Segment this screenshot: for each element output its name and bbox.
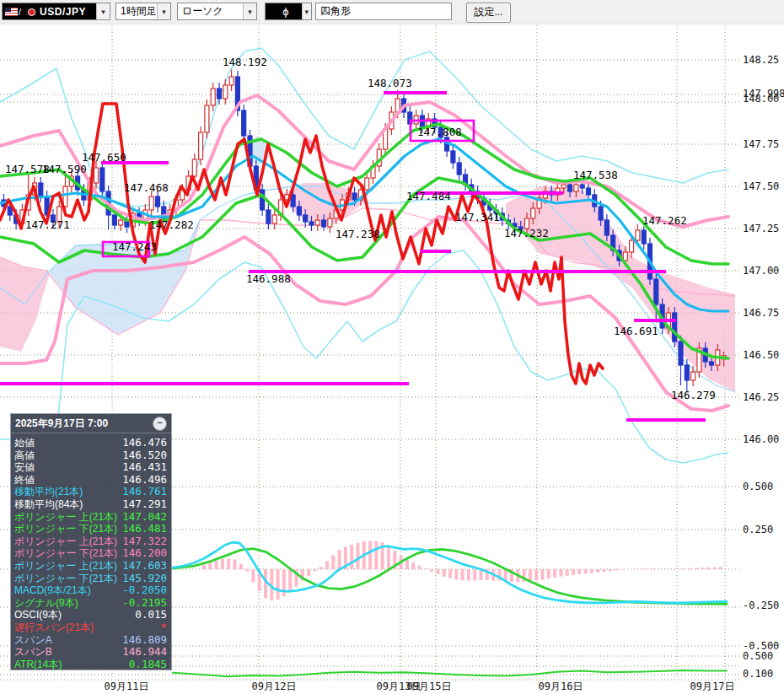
candlestick [199,132,203,159]
indicator-value-panel[interactable]: 2025年9月17日 7:00 − 始値146.476高値146.520安値14… [10,413,172,670]
candlestick [710,362,714,365]
price-annotation: 147.484 [406,190,451,202]
candlestick [39,183,43,196]
price-annotation: 147.538 [573,169,618,181]
price-annotation: 146.279 [671,389,716,401]
macd-histogram-bar [245,569,249,572]
macd-histogram-bar [288,569,292,592]
candlestick [685,365,689,380]
price-annotation: 147.282 [149,218,194,231]
candlestick [322,220,326,227]
price-axis-label: 0.500 [743,481,773,492]
candlestick [94,168,99,183]
price-annotation: 147.262 [642,214,687,227]
macd-histogram-bar [547,569,550,578]
panel-row: OSCI(9本)0.015 [11,609,171,621]
price-annotation: 147.808 [417,126,462,138]
candlestick [599,207,603,220]
panel-row: 終値146.496 [11,474,171,487]
panel-row: 安値146.431 [11,461,171,474]
panel-rows: 始値146.476高値146.520安値146.431終値146.496移動平均… [11,437,171,670]
macd-histogram-bar [251,569,255,583]
price-annotation: 147.468 [124,181,169,194]
macd-histogram-bar [277,569,280,600]
timeframe-select[interactable]: 1時間足 ▾ [115,3,171,20]
chevron-down-icon[interactable]: ▾ [157,3,170,19]
candlestick [303,215,308,222]
chevron-down-icon[interactable]: ▾ [302,3,311,19]
panel-row: 高値146.520 [11,449,171,462]
candlestick [297,207,301,215]
panel-row: シグナル(9本)-0.2195 [11,597,171,610]
date-axis-label: 09月16日 [539,681,583,692]
candlestick [100,168,105,191]
date-axis-label: 09月15日 [407,681,452,692]
price-axis-label: 148.25 [743,54,779,66]
macd-histogram-bar [411,562,415,569]
candlestick [156,196,160,207]
macd-histogram-bar [467,569,470,581]
macd-histogram-bar [239,564,243,569]
macd-histogram-bar [320,567,323,569]
price-axis-label: 146.75 [743,307,779,319]
candlestick [630,240,634,252]
jp-flag-icon [24,8,37,16]
shape-tool-label: 四角形 [316,4,351,19]
panel-row: ボリンジャー 上(21本)147.603 [11,560,171,573]
chart-type-select[interactable]: ローソク ▾ [177,3,257,20]
candlestick [328,218,332,227]
shape-tool-combo[interactable]: 四角形 [315,3,452,20]
chart-type-label: ローソク [178,4,223,19]
date-axis-label: 09月11日 [105,681,149,692]
candlestick [587,188,591,195]
panel-row: スパンB146.944 [11,646,171,659]
macd-histogram-bar [639,568,642,569]
price-axis-label: 0.500 [743,650,773,662]
macd-histogram-bar [707,568,711,569]
price-axis-label: 148.00 [743,93,779,105]
price-annotation: 147.238 [336,228,380,240]
price-axis-label: 0.250 [743,524,773,535]
panel-row: 遅行スパン(21本)* [11,621,171,634]
macd-histogram-bar [590,569,593,573]
toolbar: / USD/JPY ▾ 1時間足 ▾ ローソク ▾ ϕ ▾ 四角形 設定... [0,0,784,24]
chevron-down-icon[interactable]: ▾ [96,3,110,19]
draw-color-select[interactable]: ϕ ▾ [265,3,312,20]
price-annotation: 148.073 [368,77,412,89]
settings-button[interactable]: 設定... [466,3,511,23]
macd-histogram-bar [215,561,218,569]
candlestick [149,196,153,210]
macd-histogram-bar [615,569,618,570]
chevron-down-icon[interactable]: ▾ [243,3,256,19]
candlestick [574,185,578,191]
panel-row: ボリンジャー 下(21本)146.481 [11,523,171,535]
macd-histogram-bar [689,568,692,569]
price-axis-label: -0.250 [743,600,779,611]
price-annotation: 147.232 [504,227,549,239]
macd-histogram-bar [529,569,532,581]
candlestick [309,222,314,225]
macd-histogram-bar [202,564,206,569]
candlestick [580,185,584,188]
us-flag-icon [5,8,18,16]
panel-row: 始値146.476 [11,437,171,449]
macd-histogram-bar [374,541,378,569]
date-axis-label: 09月12日 [252,681,297,692]
panel-header: 2025年9月17日 7:00 − [11,414,171,433]
panel-row: ボリンジャー 上(21本)147.322 [11,535,171,548]
pen-color-icon: ϕ [266,5,302,18]
macd-histogram-bar [331,555,335,569]
currency-pair-select[interactable]: / USD/JPY ▾ [2,3,110,20]
macd-histogram-bar [559,569,562,577]
price-axis-label: 147.25 [743,223,779,234]
macd-histogram-bar [461,569,464,580]
macd-histogram-bar [572,569,575,575]
candlestick [679,342,683,365]
price-annotation: 146.988 [246,272,291,285]
minimize-button[interactable]: − [153,417,167,431]
macd-histogram-bar [221,559,224,569]
chart-application-window: 147.578147.590147.650147.468147.271147.2… [0,0,784,694]
price-annotation: 148.192 [223,56,267,68]
price-annotation: 147.243 [112,240,157,253]
macd-histogram-bar [307,569,310,576]
